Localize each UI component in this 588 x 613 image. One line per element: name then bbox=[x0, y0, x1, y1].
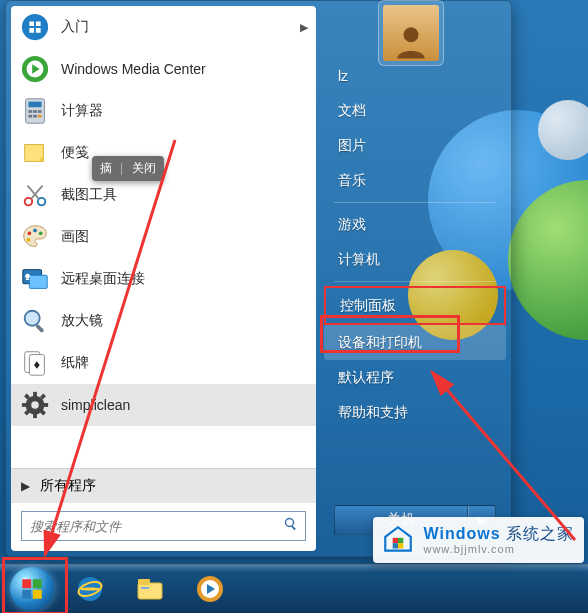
prog-windows-media-center[interactable]: Windows Media Center bbox=[11, 48, 316, 90]
svg-rect-8 bbox=[28, 115, 32, 118]
right-item-label: 音乐 bbox=[338, 172, 366, 190]
prog-label: simpliclean bbox=[61, 397, 130, 413]
svg-point-15 bbox=[33, 229, 37, 233]
right-item-label: 帮助和支持 bbox=[338, 404, 408, 422]
start-menu-right-pane: lz文档图片音乐游戏计算机控制面板设备和打印机默认程序帮助和支持 关机 ▶ bbox=[324, 6, 506, 551]
right-item-label: 游戏 bbox=[338, 216, 366, 234]
prog-calculator[interactable]: 计算器 bbox=[11, 90, 316, 132]
right-item-devices-printers[interactable]: 设备和打印机 bbox=[324, 325, 506, 360]
user-avatar-frame[interactable] bbox=[378, 0, 444, 66]
svg-rect-30 bbox=[43, 403, 49, 407]
right-item-label: lz bbox=[338, 68, 348, 84]
svg-rect-9 bbox=[33, 115, 37, 118]
search-input[interactable] bbox=[22, 519, 277, 534]
right-item-label: 文档 bbox=[338, 102, 366, 120]
svg-rect-22 bbox=[35, 324, 44, 333]
triangle-right-icon: ▶ bbox=[21, 479, 30, 493]
prog-magnifier[interactable]: 放大镜 bbox=[11, 300, 316, 342]
right-pane-separator bbox=[334, 281, 496, 282]
svg-point-20 bbox=[25, 274, 30, 279]
search-box[interactable] bbox=[21, 511, 306, 541]
svg-rect-7 bbox=[38, 110, 42, 113]
svg-point-14 bbox=[28, 231, 32, 235]
tooltip-separator bbox=[121, 163, 122, 175]
watermark-logo-icon bbox=[381, 523, 415, 557]
watermark: Windows 系统之家 www.bjjmlv.com bbox=[373, 517, 584, 563]
tooltip-left: 摘 bbox=[100, 161, 112, 175]
start-menu: 入门 ▶ Windows Media Center 计算器 bbox=[5, 0, 512, 557]
right-item-control-panel[interactable]: 控制面板 bbox=[324, 286, 506, 325]
right-item-help-support[interactable]: 帮助和支持 bbox=[324, 395, 506, 430]
magnifier-icon bbox=[19, 305, 51, 337]
taskbar-ie[interactable] bbox=[62, 569, 118, 609]
svg-rect-40 bbox=[138, 583, 162, 599]
all-programs[interactable]: ▶ 所有程序 bbox=[11, 468, 316, 503]
right-item-music[interactable]: 音乐 bbox=[324, 163, 506, 198]
svg-rect-19 bbox=[29, 275, 47, 288]
gear-icon bbox=[19, 389, 51, 421]
remote-desktop-icon bbox=[19, 263, 51, 295]
start-menu-left-pane: 入门 ▶ Windows Media Center 计算器 bbox=[11, 6, 316, 551]
right-item-documents[interactable]: 文档 bbox=[324, 93, 506, 128]
svg-point-26 bbox=[31, 401, 39, 409]
svg-point-13 bbox=[38, 198, 46, 206]
tooltip-right: 关闭 bbox=[132, 161, 156, 175]
jumplist-tooltip: 摘 关闭 bbox=[92, 156, 164, 181]
prog-remote-desktop[interactable]: 远程桌面连接 bbox=[11, 258, 316, 300]
svg-rect-6 bbox=[33, 110, 37, 113]
right-item-label: 设备和打印机 bbox=[338, 334, 422, 352]
prog-label: Windows Media Center bbox=[61, 61, 206, 77]
prog-solitaire[interactable]: 纸牌 bbox=[11, 342, 316, 384]
calculator-icon bbox=[19, 95, 51, 127]
search-icon[interactable] bbox=[277, 516, 305, 536]
right-item-pictures[interactable]: 图片 bbox=[324, 128, 506, 163]
svg-point-12 bbox=[25, 198, 33, 206]
prog-label: 放大镜 bbox=[61, 312, 103, 330]
svg-rect-46 bbox=[398, 538, 403, 543]
svg-rect-41 bbox=[138, 579, 150, 585]
submenu-arrow-icon: ▶ bbox=[300, 21, 308, 34]
right-item-label: 控制面板 bbox=[340, 297, 396, 315]
prog-paint[interactable]: 画图 bbox=[11, 216, 316, 258]
svg-point-35 bbox=[286, 519, 294, 527]
right-item-label: 默认程序 bbox=[338, 369, 394, 387]
all-programs-label: 所有程序 bbox=[40, 477, 96, 495]
svg-point-0 bbox=[22, 14, 48, 40]
right-item-games[interactable]: 游戏 bbox=[324, 207, 506, 242]
solitaire-icon bbox=[19, 347, 51, 379]
svg-rect-45 bbox=[393, 538, 398, 543]
media-center-icon bbox=[19, 53, 51, 85]
right-item-user-lz[interactable]: lz bbox=[324, 58, 506, 93]
assist-icon bbox=[19, 11, 51, 43]
svg-rect-4 bbox=[28, 102, 41, 108]
prog-getting-started[interactable]: 入门 ▶ bbox=[11, 6, 316, 48]
palette-icon bbox=[19, 221, 51, 253]
svg-rect-47 bbox=[393, 543, 398, 548]
prog-label: 便笺 bbox=[61, 144, 89, 162]
prog-snipping-tool[interactable]: 截图工具 bbox=[11, 174, 316, 216]
prog-label: 截图工具 bbox=[61, 186, 117, 204]
right-item-computer[interactable]: 计算机 bbox=[324, 242, 506, 277]
right-item-default-programs[interactable]: 默认程序 bbox=[324, 360, 506, 395]
start-orb[interactable] bbox=[10, 567, 54, 611]
svg-point-17 bbox=[27, 238, 31, 242]
svg-rect-27 bbox=[33, 392, 37, 398]
taskbar-media-player[interactable] bbox=[182, 569, 238, 609]
svg-rect-5 bbox=[28, 110, 32, 113]
prog-label: 计算器 bbox=[61, 102, 103, 120]
prog-label: 入门 bbox=[61, 18, 89, 36]
prog-label: 纸牌 bbox=[61, 354, 89, 372]
search-row bbox=[11, 503, 316, 551]
watermark-title: Windows 系统之家 bbox=[423, 524, 574, 543]
taskbar-explorer[interactable] bbox=[122, 569, 178, 609]
svg-point-37 bbox=[404, 27, 419, 42]
prog-label: 远程桌面连接 bbox=[61, 270, 145, 288]
svg-rect-48 bbox=[398, 543, 403, 548]
prog-simpliclean[interactable]: simpliclean bbox=[11, 384, 316, 426]
scissors-icon bbox=[19, 179, 51, 211]
prog-label: 画图 bbox=[61, 228, 89, 246]
taskbar bbox=[0, 564, 588, 613]
right-item-label: 计算机 bbox=[338, 251, 380, 269]
svg-rect-42 bbox=[141, 587, 149, 589]
svg-rect-10 bbox=[38, 115, 42, 118]
